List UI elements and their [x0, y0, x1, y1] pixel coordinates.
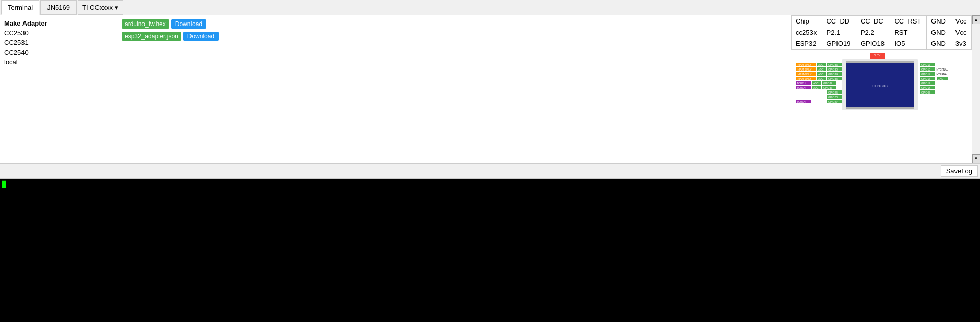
arduino-fw-download-btn[interactable]: Download	[171, 19, 206, 29]
esp32-adapter-label: esp32_adapter.json	[122, 32, 181, 41]
cell-cc-rst-cc253x: RST	[890, 27, 927, 38]
svg-text:GPIO15: GPIO15	[921, 77, 930, 80]
svg-text:INPUT-ONLY: INPUT-ONLY	[797, 73, 812, 76]
sidebar-make-adapter[interactable]: Make Adapter	[4, 18, 113, 28]
svg-text:INPUT-ONLY: INPUT-ONLY	[797, 63, 812, 66]
svg-text:INTERNAL: INTERNAL	[936, 68, 948, 71]
svg-text:GPIO34: GPIO34	[828, 73, 838, 76]
esp32-pinout-svg: 3.5V 3.3.1 INPUT-ONLY ADC GPIO36 INPUT	[795, 52, 968, 117]
col-vcc: Vcc	[951, 16, 971, 27]
tab-ticcxxx[interactable]: TI CCxxxx ▾	[78, 0, 123, 15]
terminal-area[interactable]: █	[0, 179, 980, 322]
right-panel-scrollbar: ▲ ▼	[972, 15, 980, 163]
svg-text:GPIO35: GPIO35	[828, 77, 838, 80]
cell-cc-dd-esp32: GPIO19	[822, 38, 856, 50]
svg-text:INPUT-ONLY: INPUT-ONLY	[797, 77, 812, 80]
file-row-esp32: esp32_adapter.json Download	[122, 32, 786, 41]
svg-text:GPIO27: GPIO27	[828, 100, 838, 103]
scroll-down-btn[interactable]: ▼	[972, 154, 981, 163]
col-cc-rst: CC_RST	[890, 16, 927, 27]
left-sidebar: Make Adapter CC2530 CC2531 CC2540 local	[0, 15, 117, 163]
cell-cc-dc-cc253x: P2.2	[856, 27, 890, 38]
sidebar-item-local[interactable]: local	[4, 57, 113, 67]
svg-text:TOUCH: TOUCH	[797, 86, 806, 89]
svg-text:GND: GND	[938, 77, 944, 80]
svg-text:GPIO19: GPIO19	[921, 82, 930, 85]
dropdown-arrow-icon: ▾	[115, 4, 118, 11]
svg-text:CC1313: CC1313	[872, 84, 888, 88]
col-cc-dc: CC_DC	[856, 16, 890, 27]
top-panel: Make Adapter CC2530 CC2531 CC2540 local …	[0, 15, 980, 164]
savelog-row: SaveLog	[0, 164, 980, 179]
arduino-fw-label: arduino_fw.hex	[122, 19, 169, 29]
cell-cc-rst-esp32: IO5	[890, 38, 927, 50]
esp32-pinout-container: 3.5V 3.3.1 INPUT-ONLY ADC GPIO36 INPUT	[791, 52, 972, 117]
tab-jn5169[interactable]: JN5169	[40, 0, 77, 15]
cell-chip-esp32: ESP32	[792, 38, 822, 50]
svg-text:3.5V: 3.5V	[874, 54, 880, 57]
svg-text:GPIO25: GPIO25	[828, 91, 838, 94]
cell-chip-cc253x: cc253x	[792, 27, 822, 38]
center-panel: arduino_fw.hex Download esp32_adapter.js…	[117, 15, 791, 163]
svg-text:ADC: ADC	[818, 73, 824, 76]
svg-text:ADC: ADC	[818, 63, 824, 66]
sidebar-item-cc2531[interactable]: CC2531	[4, 38, 113, 48]
svg-text:GPIO26: GPIO26	[828, 96, 838, 99]
svg-text:ADC: ADC	[818, 77, 824, 80]
chip-table: Chip CC_DD CC_DC CC_RST GND Vcc cc253x P…	[791, 15, 972, 50]
svg-text:ADC: ADC	[813, 86, 819, 89]
cell-cc-dc-esp32: GPIO18	[856, 38, 890, 50]
svg-text:GPIO39: GPIO39	[828, 68, 838, 71]
esp32-adapter-download-btn[interactable]: Download	[183, 32, 219, 41]
svg-rect-70	[846, 107, 914, 109]
right-panel-wrapper: Chip CC_DD CC_DC CC_RST GND Vcc cc253x P…	[791, 15, 980, 163]
svg-rect-69	[846, 61, 914, 63]
svg-text:ADC: ADC	[818, 68, 824, 71]
svg-text:INPUT-ONLY: INPUT-ONLY	[797, 68, 812, 71]
cell-cc-dd-cc253x: P2.1	[822, 27, 856, 38]
scroll-up-btn[interactable]: ▲	[972, 15, 981, 24]
tab-terminal[interactable]: Terminal	[1, 0, 39, 15]
svg-text:INTERNAL: INTERNAL	[936, 73, 948, 76]
main-content: Make Adapter CC2530 CC2531 CC2540 local …	[0, 15, 980, 322]
svg-text:GPIO12: GPIO12	[921, 68, 930, 71]
svg-text:GPIO33: GPIO33	[823, 86, 832, 89]
svg-text:GPIO32: GPIO32	[823, 82, 832, 85]
svg-text:ADC: ADC	[813, 82, 819, 85]
file-row-arduino: arduino_fw.hex Download	[122, 19, 786, 29]
col-chip: Chip	[792, 16, 822, 27]
savelog-button[interactable]: SaveLog	[941, 165, 978, 177]
col-cc-dd: CC_DD	[822, 16, 856, 27]
right-panel: Chip CC_DD CC_DC CC_RST GND Vcc cc253x P…	[791, 15, 972, 163]
sidebar-item-cc2530[interactable]: CC2530	[4, 28, 113, 38]
cell-vcc-esp32: 3v3	[951, 38, 971, 50]
svg-text:GPIO18: GPIO18	[921, 86, 930, 89]
sidebar-item-cc2540[interactable]: CC2540	[4, 48, 113, 57]
svg-text:TOUCH: TOUCH	[797, 82, 806, 85]
col-gnd: GND	[927, 16, 951, 27]
svg-text:GPIO05: GPIO05	[921, 91, 930, 94]
table-row-cc253x: cc253x P2.1 P2.2 RST GND Vcc	[792, 27, 972, 38]
terminal-cursor: █	[2, 181, 6, 188]
svg-text:GPIO36: GPIO36	[828, 63, 838, 66]
svg-text:GPIO13: GPIO13	[921, 63, 930, 66]
table-row-esp32: ESP32 GPIO19 GPIO18 IO5 GND 3v3	[792, 38, 972, 50]
svg-text:GPIO14: GPIO14	[921, 73, 930, 76]
cell-vcc-cc253x: Vcc	[951, 27, 971, 38]
cell-gnd-esp32: GND	[927, 38, 951, 50]
tab-bar: Terminal JN5169 TI CCxxxx ▾	[0, 0, 980, 15]
cell-gnd-cc253x: GND	[927, 27, 951, 38]
svg-text:TOUCH: TOUCH	[797, 100, 806, 103]
